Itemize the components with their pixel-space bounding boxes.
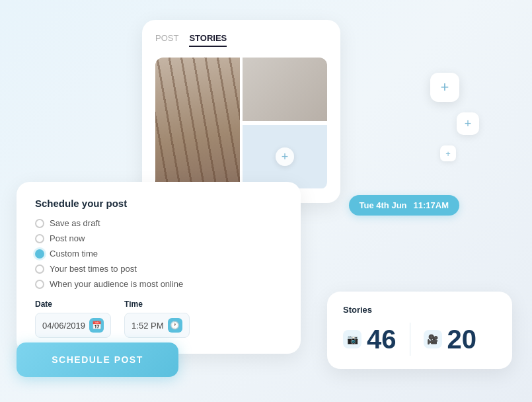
stories-card-title: Stories: [343, 305, 496, 315]
media-main-image: [155, 58, 240, 190]
time-label: Time: [124, 300, 189, 309]
post-stories-card: POST STORIES + ✎: [142, 20, 340, 203]
float-add-button-medium[interactable]: +: [457, 112, 479, 135]
video-stat: 🎥 20: [424, 326, 477, 352]
radio-circle-best-times: [35, 264, 44, 274]
tab-post[interactable]: POST: [155, 33, 178, 47]
radio-circle-custom-time: [35, 249, 44, 259]
video-count: 20: [447, 326, 477, 352]
schedule-post-button[interactable]: SCHEDULE POST: [17, 342, 178, 377]
date-time-row: Date 04/06/2019 📅 Time 1:52 PM 🕐: [35, 300, 282, 338]
photo-count: 46: [367, 326, 397, 352]
plus-icon-medium: +: [465, 117, 472, 131]
radio-circle-post-now: [35, 234, 44, 243]
plus-icon-large: +: [441, 79, 449, 96]
tab-stories[interactable]: STORIES: [189, 33, 227, 47]
date-time-badge: Tue 4th Jun 11:17AM: [349, 195, 459, 216]
media-grid: +: [155, 58, 327, 190]
clothing-image: [155, 58, 240, 190]
stat-divider: [410, 323, 410, 356]
app-background: POST STORIES + ✎ + + + Tue 4th Jun: [0, 0, 532, 402]
radio-label-audience-online: When your audience is most online: [50, 279, 183, 289]
radio-circle-save-draft: [35, 219, 44, 228]
radio-options-list: Save as draft Post now Custom time Your …: [35, 218, 282, 289]
radio-audience-online[interactable]: When your audience is most online: [35, 279, 282, 289]
date-input[interactable]: 04/06/2019 📅: [35, 313, 111, 338]
stories-stats-row: 📷 46 🎥 20: [343, 323, 496, 356]
calendar-icon[interactable]: 📅: [89, 318, 104, 333]
radio-circle-audience-online: [35, 280, 44, 289]
float-add-button-large[interactable]: +: [430, 73, 459, 102]
plus-icon-small: +: [445, 149, 451, 159]
time-value: 1:52 PM: [132, 321, 163, 331]
radio-label-best-times: Your best times to post: [50, 264, 137, 274]
float-add-button-small[interactable]: +: [440, 145, 456, 161]
radio-post-now[interactable]: Post now: [35, 233, 282, 243]
add-media-plus-icon[interactable]: +: [276, 147, 294, 166]
video-icon: 🎥: [424, 330, 442, 348]
badge-date: Tue 4th Jun: [360, 200, 407, 210]
camera-icon: 📷: [343, 330, 361, 348]
stories-stats-card: Stories 📷 46 🎥 20: [327, 292, 512, 369]
clock-icon[interactable]: 🕐: [168, 318, 182, 333]
schedule-card: Schedule your post Save as draft Post no…: [17, 182, 301, 354]
schedule-title: Schedule your post: [35, 198, 282, 209]
date-value: 04/06/2019: [42, 321, 85, 331]
schedule-button-label: SCHEDULE POST: [52, 354, 143, 365]
date-label: Date: [35, 300, 111, 309]
media-add-cell[interactable]: +: [243, 125, 327, 188]
radio-custom-time[interactable]: Custom time: [35, 249, 282, 259]
fabric-image: [243, 58, 327, 121]
time-input[interactable]: 1:52 PM 🕐: [124, 313, 189, 338]
radio-label-custom-time: Custom time: [50, 249, 98, 259]
radio-save-draft[interactable]: Save as draft: [35, 218, 282, 228]
radio-best-times[interactable]: Your best times to post: [35, 264, 282, 274]
photo-stat: 📷 46: [343, 326, 397, 352]
radio-label-save-draft: Save as draft: [50, 218, 100, 228]
date-section: Date 04/06/2019 📅: [35, 300, 111, 338]
media-top-right: [243, 58, 327, 121]
time-section: Time 1:52 PM 🕐: [124, 300, 189, 338]
post-tabs: POST STORIES: [155, 33, 327, 47]
badge-time: 11:17AM: [414, 200, 449, 210]
radio-label-post-now: Post now: [50, 233, 85, 243]
